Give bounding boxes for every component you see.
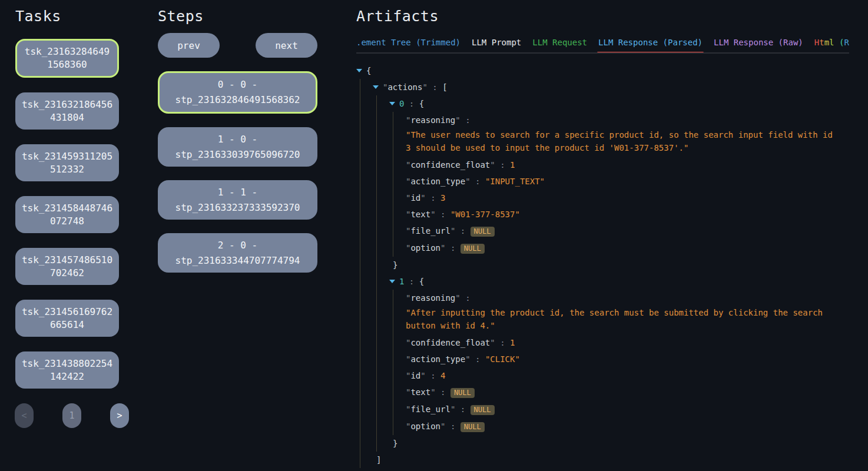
json-string-value: "INPUT_TEXT"	[485, 177, 545, 186]
json-property: "id" : 4	[406, 367, 849, 384]
json-property: "file_url" : NULL	[406, 401, 849, 418]
json-property: "file_url" : NULL	[406, 223, 849, 240]
json-key: "option"	[406, 243, 445, 253]
artifacts-title: Artifacts	[356, 8, 849, 25]
json-number-value: 1	[510, 160, 515, 170]
task-button[interactable]: tsk_231632186456 431804	[15, 92, 119, 130]
json-string-value: "W01-377-8537"	[450, 210, 520, 219]
json-closing-bracket: }	[356, 468, 849, 471]
json-property: "option" : NULL	[406, 418, 849, 435]
json-key: "confidence_float"	[406, 338, 495, 347]
null-value-badge: NULL	[471, 227, 495, 237]
null-value-badge: NULL	[450, 388, 475, 398]
pagination-page-1-button[interactable]: 1	[62, 403, 81, 428]
tab-html-raw[interactable]: Html (Raw)	[814, 38, 849, 47]
json-key: "confidence_float"	[406, 160, 495, 170]
json-property: "action_type" : "INPUT_TEXT"	[406, 173, 849, 190]
app-root: Tasks tsk_23163284649 1568360tsk_2316321…	[0, 0, 868, 471]
json-tree-viewer: {"actions" : [0 : {"reasoning" : "The us…	[356, 62, 849, 471]
json-key: "reasoning"	[406, 293, 460, 303]
json-string-block: "The user needs to search for a specific…	[406, 128, 836, 154]
json-key: "option"	[406, 422, 445, 431]
task-button[interactable]: tsk_231458448746 072748	[15, 196, 119, 233]
task-button[interactable]: tsk_231459311205 512332	[15, 144, 119, 181]
task-button[interactable]: tsk_231456169762 665614	[15, 300, 119, 337]
json-node: {"actions" : [0 : {"reasoning" : "The us…	[356, 62, 849, 471]
artifacts-panel: Artifacts .ement Tree (Trimmed)LLM Promp…	[356, 0, 849, 471]
expand-caret-icon[interactable]	[373, 85, 379, 89]
expand-caret-icon[interactable]	[389, 280, 395, 283]
tasks-pagination: <1>	[15, 403, 129, 428]
json-closing-bracket: }	[389, 257, 849, 273]
json-number-value: 3	[440, 193, 445, 203]
next-step-button[interactable]: next	[256, 33, 317, 58]
prev-step-button[interactable]: prev	[158, 33, 220, 58]
tab-llm-response-parsed[interactable]: LLM Response (Parsed)	[598, 38, 703, 47]
pagination-next-button[interactable]: >	[110, 403, 129, 428]
tasks-panel: Tasks tsk_23163284649 1568360tsk_2316321…	[15, 0, 119, 428]
json-property: "action_type" : "CLICK"	[406, 351, 849, 367]
json-key: "text"	[406, 210, 436, 219]
json-node: 0 : {"reasoning" : "The user needs to se…	[389, 95, 849, 273]
json-number-value: 4	[440, 371, 445, 380]
task-list: tsk_23163284649 1568360tsk_231632186456 …	[15, 39, 119, 389]
json-closing-bracket: ]	[373, 452, 849, 468]
json-property: "reasoning" : "The user needs to search …	[406, 112, 849, 154]
tab-llm-prompt[interactable]: LLM Prompt	[472, 38, 521, 47]
json-property: "confidence_float" : 1	[406, 157, 849, 173]
json-key: "actions"	[383, 82, 428, 92]
step-nav: prev next	[158, 33, 317, 58]
step-button[interactable]: 1 - 1 - stp_231633237333592370	[158, 180, 317, 220]
json-number-value: 1	[510, 338, 515, 347]
json-property: "reasoning" : "After inputting the produ…	[406, 290, 849, 332]
json-key: "text"	[406, 387, 436, 397]
null-value-badge: NULL	[460, 244, 485, 254]
pagination-prev-button[interactable]: <	[15, 403, 34, 428]
step-list: 0 - 0 - stp_2316328464915683621 - 0 - st…	[158, 71, 317, 273]
task-button[interactable]: tsk_231457486510 702462	[15, 248, 119, 285]
json-key: "file_url"	[406, 226, 455, 236]
task-button[interactable]: tsk_23163284649 1568360	[15, 39, 119, 78]
json-property: "id" : 3	[406, 190, 849, 206]
tab-llm-request[interactable]: LLM Request	[532, 38, 587, 47]
step-button[interactable]: 1 - 0 - stp_231633039765096720	[158, 127, 317, 167]
json-property: "text" : "W01-377-8537"	[406, 206, 849, 223]
json-key: "file_url"	[406, 404, 455, 414]
json-closing-bracket: }	[389, 435, 849, 452]
artifacts-tab-bar: .ement Tree (Trimmed)LLM PromptLLM Reque…	[356, 38, 849, 54]
json-key: "id"	[406, 371, 426, 380]
steps-panel: Steps prev next 0 - 0 - stp_231632846491…	[158, 0, 317, 273]
task-button[interactable]: tsk_231438802254 142422	[15, 351, 119, 389]
json-string-block: "After inputting the product id, the sea…	[406, 306, 836, 332]
json-property: "confidence_float" : 1	[406, 334, 849, 351]
null-value-badge: NULL	[471, 405, 495, 415]
json-node: 1 : {"reasoning" : "After inputting the …	[389, 273, 849, 452]
tab-element-tree-trimmed[interactable]: .ement Tree (Trimmed)	[356, 38, 460, 47]
json-key: "action_type"	[406, 354, 471, 364]
steps-title: Steps	[158, 8, 317, 25]
tasks-title: Tasks	[15, 8, 119, 25]
expand-caret-icon[interactable]	[389, 102, 395, 105]
step-button[interactable]: 2 - 0 - stp_231633344707774794	[158, 233, 317, 273]
json-key: "action_type"	[406, 177, 471, 186]
expand-caret-icon[interactable]	[356, 69, 362, 72]
json-property: "text" : NULL	[406, 384, 849, 401]
tab-llm-response-raw[interactable]: LLM Response (Raw)	[714, 38, 803, 47]
step-button[interactable]: 0 - 0 - stp_231632846491568362	[158, 71, 317, 114]
json-string-value: "CLICK"	[485, 354, 520, 364]
null-value-badge: NULL	[460, 422, 485, 432]
json-property: "option" : NULL	[406, 240, 849, 257]
json-key: "id"	[406, 193, 426, 203]
json-key: "reasoning"	[406, 115, 460, 125]
json-node: "actions" : [0 : {"reasoning" : "The use…	[373, 79, 849, 468]
